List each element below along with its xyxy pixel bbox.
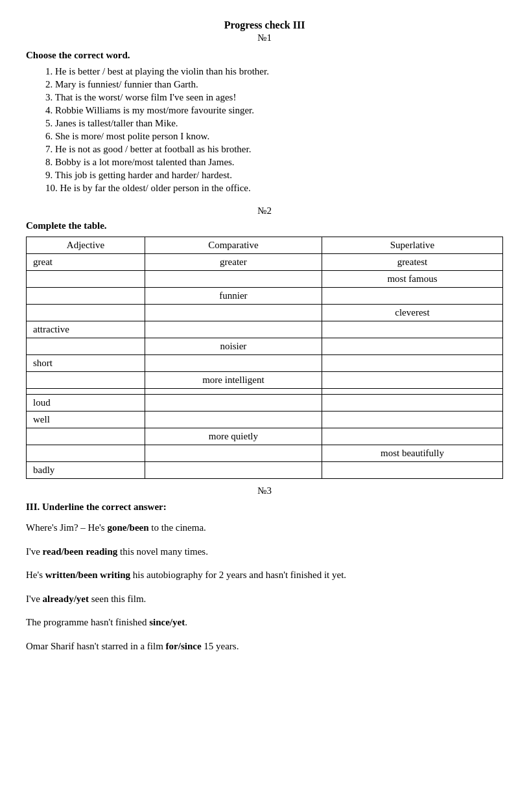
superlative-cell: [322, 338, 502, 355]
list-item: 7. He is not as good / better at footbal…: [45, 144, 503, 155]
table-row: well: [27, 412, 503, 428]
list-item: 2. Mary is funniest/ funnier than Garth.: [45, 79, 503, 90]
section3: III. Underline the correct answer: Where…: [26, 502, 503, 653]
adjective-cell: [27, 271, 145, 288]
adjective-table: Adjective Comparative Superlative greatg…: [26, 237, 503, 479]
superlative-cell: greatest: [322, 254, 502, 271]
adjective-cell: well: [27, 412, 145, 428]
underline-item: Where's Jim? – He's gone/been to the cin…: [26, 520, 503, 535]
bold-answer: since/yet: [149, 617, 185, 627]
adjective-cell: [27, 305, 145, 321]
adjective-cell: short: [27, 355, 145, 372]
section3-number: №3: [26, 485, 503, 496]
page-title: Progress check III: [26, 19, 503, 31]
list-item: 4. Robbie Williams is my most/more favou…: [45, 105, 503, 116]
superlative-cell: [322, 372, 502, 389]
list-item: 3. That is the worst/ worse film I've se…: [45, 92, 503, 103]
table-row: noisier: [27, 338, 503, 355]
superlative-cell: cleverest: [322, 305, 502, 321]
adjective-cell: [27, 428, 145, 445]
table-row: most famous: [27, 271, 503, 288]
adjective-cell: [27, 372, 145, 389]
adjective-cell: great: [27, 254, 145, 271]
section1-list: 1. He is better / best at playing the vi…: [26, 66, 503, 194]
adjective-cell: attractive: [27, 321, 145, 338]
adjective-cell: badly: [27, 462, 145, 479]
list-item: 6. She is more/ most polite person I kno…: [45, 131, 503, 142]
underline-item: I've already/yet seen this film.: [26, 592, 503, 607]
section3-heading: III. Underline the correct answer:: [26, 502, 503, 513]
list-item: 1. He is better / best at playing the vi…: [45, 66, 503, 77]
superlative-cell: [322, 462, 502, 479]
comparative-cell: [145, 389, 322, 395]
col-adjective: Adjective: [27, 237, 145, 254]
comparative-cell: [145, 321, 322, 338]
list-item: 8. Bobby is a lot more/most talented tha…: [45, 157, 503, 168]
adjective-cell: [27, 338, 145, 355]
comparative-cell: [145, 355, 322, 372]
comparative-cell: more intelligent: [145, 372, 322, 389]
col-comparative: Comparative: [145, 237, 322, 254]
section2-heading: Complete the table.: [26, 220, 503, 231]
superlative-cell: [322, 355, 502, 372]
superlative-cell: [322, 288, 502, 305]
adjective-cell: [27, 288, 145, 305]
table-row: more quietly: [27, 428, 503, 445]
table-row: cleverest: [27, 305, 503, 321]
adjective-cell: loud: [27, 395, 145, 412]
comparative-cell: more quietly: [145, 428, 322, 445]
table-row: funnier: [27, 288, 503, 305]
list-item: 9. This job is getting harder and harder…: [45, 170, 503, 181]
comparative-cell: [145, 412, 322, 428]
comparative-cell: [145, 445, 322, 462]
table-row: loud: [27, 395, 503, 412]
superlative-cell: [322, 389, 502, 395]
comparative-cell: funnier: [145, 288, 322, 305]
comparative-cell: noisier: [145, 338, 322, 355]
superlative-cell: [322, 412, 502, 428]
section2-number: №2: [26, 205, 503, 216]
comparative-cell: [145, 462, 322, 479]
superlative-cell: [322, 395, 502, 412]
table-row: most beautifully: [27, 445, 503, 462]
adjective-cell: [27, 389, 145, 395]
table-row: attractive: [27, 321, 503, 338]
bold-answer: read/been reading: [43, 546, 118, 557]
table-row: more intelligent: [27, 372, 503, 389]
underline-item: I've read/been reading this novel many t…: [26, 544, 503, 559]
comparative-cell: greater: [145, 254, 322, 271]
bold-answer: for/since: [166, 641, 202, 651]
list-item: 10. He is by far the oldest/ older perso…: [45, 183, 503, 194]
comparative-cell: [145, 395, 322, 412]
table-row: [27, 389, 503, 395]
comparative-cell: [145, 305, 322, 321]
underline-item: Omar Sharif hasn't starred in a film for…: [26, 639, 503, 654]
superlative-cell: [322, 428, 502, 445]
table-row: short: [27, 355, 503, 372]
underline-item: He's written/been writing his autobiogra…: [26, 568, 503, 583]
superlative-cell: [322, 321, 502, 338]
adjective-cell: [27, 445, 145, 462]
comparative-cell: [145, 271, 322, 288]
section1-heading: Choose the correct word.: [26, 50, 503, 61]
list-item: 5. Janes is tallest/taller than Mike.: [45, 118, 503, 129]
superlative-cell: most beautifully: [322, 445, 502, 462]
bold-answer: already/yet: [43, 594, 89, 604]
table-row: greatgreatergreatest: [27, 254, 503, 271]
bold-answer: gone/been: [107, 522, 148, 533]
table-row: badly: [27, 462, 503, 479]
subtitle: №1: [26, 32, 503, 43]
bold-answer: written/been writing: [45, 570, 130, 580]
superlative-cell: most famous: [322, 271, 502, 288]
underline-item: The programme hasn't finished since/yet.: [26, 615, 503, 630]
col-superlative: Superlative: [322, 237, 502, 254]
